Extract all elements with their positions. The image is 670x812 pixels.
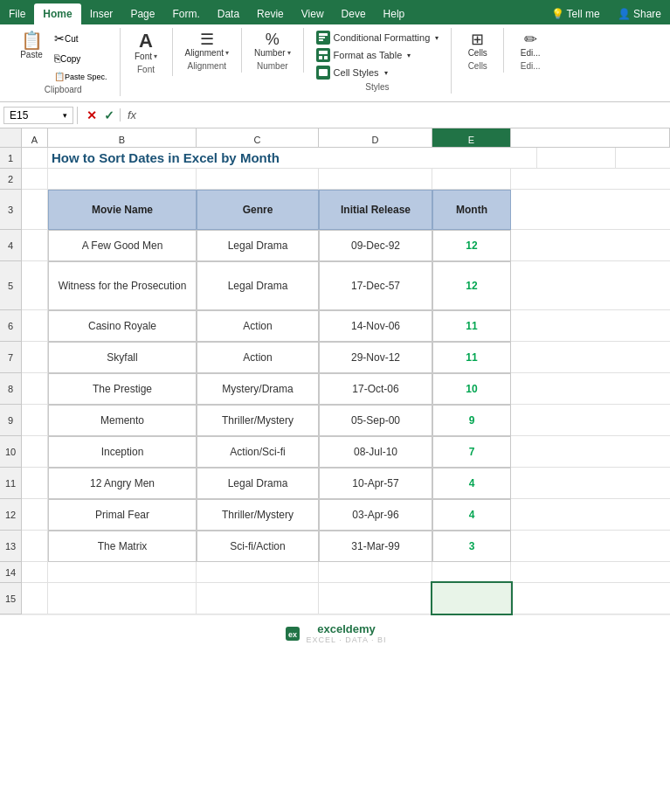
cell-c15[interactable] <box>197 583 319 614</box>
editing-button[interactable]: ✏ Edi... <box>515 30 546 59</box>
alignment-button[interactable]: ☰ Alignment ▾ <box>182 30 232 59</box>
cell-b1[interactable]: How to Sort Dates in Excel by Month <box>48 148 537 168</box>
row-header-4[interactable]: 4 <box>0 230 21 261</box>
font-button[interactable]: A Font ▾ <box>130 30 162 63</box>
col-header-c[interactable]: C <box>197 128 319 148</box>
row-header-8[interactable]: 8 <box>0 373 21 405</box>
format-table-button[interactable]: Format as Table ▾ <box>313 47 443 63</box>
col-header-d[interactable]: D <box>319 128 432 148</box>
col-header-b[interactable]: B <box>48 128 197 148</box>
cell-c10[interactable]: Action/Sci-fi <box>197 436 319 468</box>
tab-help[interactable]: Help <box>375 3 414 24</box>
share-btn[interactable]: 👤 Share <box>609 3 670 24</box>
tab-page[interactable]: Page <box>121 3 163 24</box>
cell-b6[interactable]: Casino Royale <box>48 310 197 342</box>
cell-d11[interactable]: 10-Apr-57 <box>319 468 432 499</box>
cell-b15[interactable] <box>48 583 197 614</box>
cell-e9[interactable]: 9 <box>432 405 511 436</box>
cell-a3[interactable] <box>22 190 48 229</box>
cell-a10[interactable] <box>22 436 48 467</box>
cell-e13[interactable]: 3 <box>432 531 511 562</box>
cell-a13[interactable] <box>22 531 48 561</box>
cell-b8[interactable]: The Prestige <box>48 373 197 405</box>
cell-styles-button[interactable]: Cell Styles ▾ <box>313 65 443 80</box>
cell-e12[interactable]: 4 <box>432 499 511 531</box>
row-header-12[interactable]: 12 <box>0 499 21 531</box>
cell-a5[interactable] <box>22 261 48 309</box>
cell-a8[interactable] <box>22 373 48 404</box>
cell-e14[interactable] <box>432 562 511 582</box>
cell-c11[interactable]: Legal Drama <box>197 468 319 499</box>
cell-d3-header[interactable]: Initial Release <box>319 190 432 230</box>
confirm-formula-icon[interactable]: ✓ <box>104 108 114 122</box>
cell-d6[interactable]: 14-Nov-06 <box>319 310 432 342</box>
cell-d5[interactable]: 17-Dec-57 <box>319 261 432 310</box>
cell-b7[interactable]: Skyfall <box>48 342 197 373</box>
cell-e10[interactable]: 7 <box>432 436 511 468</box>
tab-home[interactable]: Home <box>34 3 80 24</box>
cell-e8[interactable]: 10 <box>432 373 511 405</box>
cell-a6[interactable] <box>22 310 48 341</box>
cell-d7[interactable]: 29-Nov-12 <box>319 342 432 373</box>
tab-form[interactable]: Form. <box>163 3 208 24</box>
cell-a14[interactable] <box>22 562 48 582</box>
cell-d12[interactable]: 03-Apr-96 <box>319 499 432 531</box>
cell-b4[interactable]: A Few Good Men <box>48 230 197 261</box>
row-header-15[interactable]: 15 <box>0 583 21 614</box>
cell-d15[interactable] <box>319 583 432 614</box>
row-header-5[interactable]: 5 <box>0 261 21 310</box>
cell-a9[interactable] <box>22 405 48 435</box>
tell-me[interactable]: 💡 Tell me <box>542 3 609 24</box>
row-header-14[interactable]: 14 <box>0 562 21 583</box>
row-header-9[interactable]: 9 <box>0 405 21 436</box>
cell-a4[interactable] <box>22 230 48 260</box>
cell-c7[interactable]: Action <box>197 342 319 373</box>
cell-c9[interactable]: Thriller/Mystery <box>197 405 319 436</box>
cell-a1[interactable] <box>22 148 48 168</box>
tab-view[interactable]: View <box>293 3 333 24</box>
cell-c5[interactable]: Legal Drama <box>197 261 319 310</box>
formula-input[interactable] <box>140 109 667 121</box>
cell-b12[interactable]: Primal Fear <box>48 499 197 531</box>
cell-d8[interactable]: 17-Oct-06 <box>319 373 432 405</box>
cell-e11[interactable]: 4 <box>432 468 511 499</box>
cell-reference[interactable]: E15 ▾ <box>3 107 73 124</box>
tab-insert[interactable]: Inser <box>81 3 122 24</box>
cell-b2[interactable] <box>48 169 197 189</box>
cell-d14[interactable] <box>319 562 432 582</box>
cell-b5[interactable]: Witness for the Prosecution <box>48 261 197 310</box>
paste-special-button[interactable]: 📋 Paste Spec. <box>51 70 111 83</box>
tab-file[interactable]: File <box>0 3 34 24</box>
tab-dev[interactable]: Deve <box>333 3 375 24</box>
cell-d4[interactable]: 09-Dec-92 <box>319 230 432 261</box>
cell-c8[interactable]: Mystery/Drama <box>197 373 319 405</box>
cell-a15[interactable] <box>22 583 48 614</box>
conditional-formatting-button[interactable]: Conditional Formatting ▾ <box>313 30 443 45</box>
cell-d2[interactable] <box>319 169 432 189</box>
cancel-formula-icon[interactable]: ✕ <box>86 108 97 122</box>
cell-a2[interactable] <box>22 169 48 189</box>
cell-b9[interactable]: Memento <box>48 405 197 436</box>
col-header-f[interactable] <box>511 128 670 148</box>
row-header-7[interactable]: 7 <box>0 342 21 373</box>
cell-c2[interactable] <box>197 169 319 189</box>
col-header-a[interactable]: A <box>22 128 48 148</box>
cell-a7[interactable] <box>22 342 48 372</box>
cell-e1[interactable] <box>537 148 616 168</box>
cell-b10[interactable]: Inception <box>48 436 197 468</box>
row-header-2[interactable]: 2 <box>0 169 21 190</box>
cell-a12[interactable] <box>22 499 48 530</box>
cell-b11[interactable]: 12 Angry Men <box>48 468 197 499</box>
cell-d9[interactable]: 05-Sep-00 <box>319 405 432 436</box>
row-header-3[interactable]: 3 <box>0 190 21 230</box>
cell-c6[interactable]: Action <box>197 310 319 342</box>
cell-c3-header[interactable]: Genre <box>197 190 319 230</box>
row-header-6[interactable]: 6 <box>0 310 21 342</box>
copy-button[interactable]: ⎘ Copy <box>51 51 111 66</box>
cell-c13[interactable]: Sci-fi/Action <box>197 531 319 562</box>
cells-button[interactable]: ⊞ Cells <box>462 30 494 59</box>
cell-c12[interactable]: Thriller/Mystery <box>197 499 319 531</box>
row-header-1[interactable]: 1 <box>0 148 21 169</box>
paste-button[interactable]: 📋 Paste <box>16 30 47 61</box>
tab-data[interactable]: Data <box>209 3 248 24</box>
